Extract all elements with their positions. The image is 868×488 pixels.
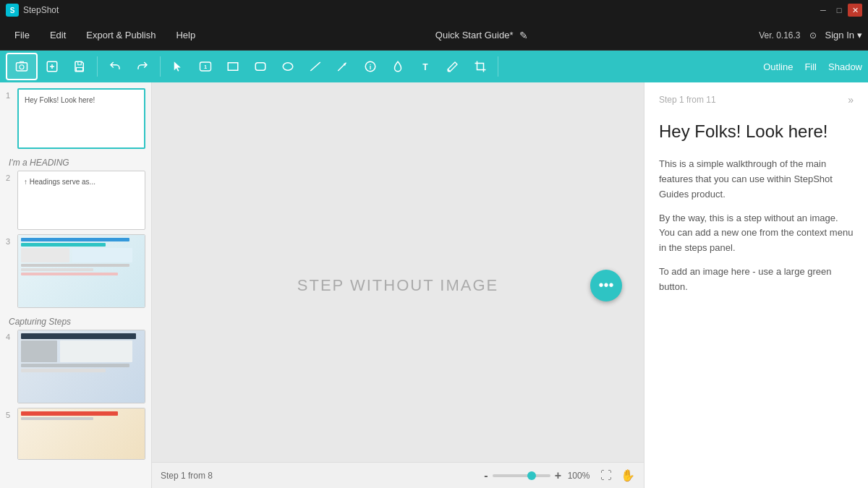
text-icon: T	[419, 60, 432, 73]
rectangle-icon	[226, 60, 239, 73]
dropdown-arrow-icon: ▾	[857, 30, 862, 40]
zoom-controls: - + 100%	[484, 469, 592, 482]
text-tool[interactable]: T	[412, 53, 438, 80]
svg-text:i: i	[370, 64, 372, 71]
slide-thumb-3-image	[18, 235, 145, 307]
sign-in-button[interactable]: Sign In ▾	[825, 30, 862, 40]
minimize-button[interactable]: ─	[816, 4, 830, 17]
svg-text:T: T	[422, 62, 428, 72]
rectangle-tool[interactable]	[220, 53, 246, 80]
app-logo: S StepShot	[6, 4, 59, 17]
slide-thumb-4[interactable]	[17, 330, 145, 403]
slide-thumb-2[interactable]: ↑ Headings serve as...	[17, 171, 145, 230]
step-indicator-label: Step 1 from 11	[659, 95, 716, 105]
numbered-callout-tool[interactable]: 1	[192, 53, 218, 80]
zoom-minus-button[interactable]: -	[484, 469, 488, 482]
menu-export[interactable]: Export & Publish	[77, 25, 164, 45]
step-indicator: Step 1 from 11 »	[659, 94, 854, 106]
blur-icon	[391, 60, 404, 73]
cursor-icon	[171, 60, 184, 73]
version-icon: ⊙	[809, 30, 817, 40]
menu-items: File Edit Export & Publish Help	[6, 25, 204, 45]
right-panel: Step 1 from 11 » Hey Folks! Look here! T…	[644, 82, 868, 488]
blur-tool[interactable]	[385, 53, 411, 80]
step-desc-3: To add an image here - use a large green…	[659, 265, 854, 295]
step-desc-1: This is a simple walkthrough of the main…	[659, 157, 854, 202]
slide-item-4[interactable]: 4	[6, 330, 145, 403]
redo-button[interactable]	[129, 53, 156, 80]
toolbar: 1	[0, 51, 868, 82]
canvas-fab-button[interactable]: •••	[590, 270, 622, 301]
info-icon: i	[364, 60, 377, 73]
version-label: Ver. 0.16.3	[759, 30, 800, 40]
zoom-level-label: 100%	[566, 471, 592, 481]
slide-item-1[interactable]: 1 Hey Folks! Look here!	[6, 88, 145, 149]
slide-thumb-1[interactable]: Hey Folks! Look here!	[17, 88, 145, 149]
app-name: StepShot	[23, 5, 59, 15]
crop-icon	[474, 60, 487, 73]
undo-icon	[109, 60, 122, 73]
add-step-button[interactable]	[39, 53, 65, 80]
zoom-thumb	[527, 471, 536, 480]
info-tool[interactable]: i	[357, 53, 383, 80]
save-icon	[73, 60, 86, 73]
fullscreen-button[interactable]: ⛶	[600, 469, 612, 482]
edit-doc-icon[interactable]: ✎	[519, 30, 528, 41]
slide-thumb-5[interactable]	[17, 408, 145, 460]
zoom-slider[interactable]	[493, 474, 550, 477]
add-icon	[46, 60, 59, 73]
capture-button[interactable]	[6, 53, 38, 80]
hand-tool-button[interactable]: ✋	[621, 468, 635, 482]
capture-icon	[15, 60, 28, 73]
slide-item-2[interactable]: 2 ↑ Headings serve as...	[6, 171, 145, 230]
select-tool[interactable]	[165, 53, 191, 80]
arrow-tool[interactable]	[330, 53, 356, 80]
section-label-heading: I'm a HEADING	[6, 153, 145, 171]
outline-button[interactable]: Outline	[763, 61, 793, 72]
toolbar-capture-group	[6, 53, 93, 80]
slide-thumb-2-content: ↑ Headings serve as...	[18, 171, 145, 229]
close-button[interactable]: ✕	[848, 4, 862, 17]
main-layout: 1 Hey Folks! Look here! I'm a HEADING 2 …	[0, 82, 868, 488]
svg-text:1: 1	[204, 64, 207, 70]
slide-thumb-3[interactable]	[17, 234, 145, 308]
step-without-image-label: STEP WITHOUT IMAGE	[297, 276, 498, 295]
fill-button[interactable]: Fill	[804, 61, 817, 72]
rounded-rect-tool[interactable]	[247, 53, 273, 80]
toolbar-select-group	[165, 53, 191, 80]
slide-item-5[interactable]: 5	[6, 408, 145, 460]
ellipse-tool[interactable]	[275, 53, 301, 80]
line-icon	[309, 60, 322, 73]
menu-right: Ver. 0.16.3 ⊙ Sign In ▾	[759, 30, 862, 40]
slide-thumb-1-content: Hey Folks! Look here!	[19, 90, 144, 147]
menu-help[interactable]: Help	[167, 25, 204, 45]
shadow-button[interactable]: Shadow	[828, 61, 862, 72]
redo-icon	[136, 60, 149, 73]
toolbar-right-group: Outline Fill Shadow	[763, 61, 862, 72]
menu-edit[interactable]: Edit	[41, 25, 75, 45]
maximize-button[interactable]: □	[832, 4, 846, 17]
sign-in-label: Sign In	[825, 30, 854, 40]
crop-tool[interactable]	[467, 53, 493, 80]
slide-number-2: 2	[6, 171, 17, 182]
svg-line-11	[310, 62, 320, 71]
separator-3	[498, 56, 498, 77]
doc-title: Quick Start Guide*	[435, 30, 514, 40]
step-position-label: Step 1 from 8	[161, 471, 213, 481]
line-tool[interactable]	[302, 53, 328, 80]
canvas-bottom-bar: Step 1 from 8 - + 100% ⛶ ✋	[152, 462, 644, 488]
step-desc-2: By the way, this is a step without an im…	[659, 211, 854, 256]
slide-item-3[interactable]: 3	[6, 234, 145, 308]
expand-panel-icon[interactable]: »	[848, 94, 854, 106]
pen-icon	[446, 60, 459, 73]
slide-number-1: 1	[6, 88, 17, 100]
zoom-plus-button[interactable]: +	[555, 469, 561, 482]
logo-icon: S	[6, 4, 19, 17]
menu-file[interactable]: File	[6, 25, 38, 45]
save-button[interactable]	[67, 53, 93, 80]
slides-panel: 1 Hey Folks! Look here! I'm a HEADING 2 …	[0, 82, 152, 488]
pen-tool[interactable]	[440, 53, 466, 80]
numbered-callout-icon: 1	[199, 60, 212, 73]
separator-2	[160, 56, 161, 77]
undo-button[interactable]	[102, 53, 128, 80]
